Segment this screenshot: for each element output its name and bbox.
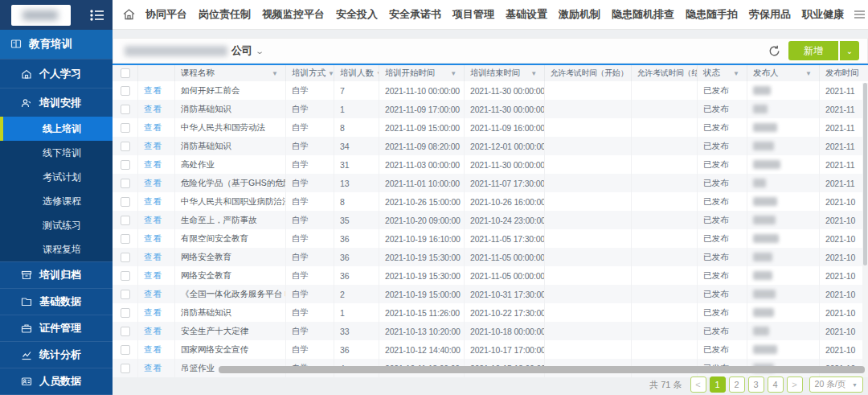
- select-all-checkbox[interactable]: [121, 68, 130, 78]
- row-checkbox[interactable]: [121, 216, 130, 225]
- row-checkbox[interactable]: [121, 123, 130, 133]
- top-nav-item[interactable]: 劳保用品: [749, 7, 791, 22]
- top-nav-item[interactable]: 协同平台: [145, 7, 187, 22]
- sort-caret-icon[interactable]: ▼: [272, 70, 278, 77]
- view-link[interactable]: 查看: [144, 141, 162, 152]
- top-nav-item[interactable]: 安全投入: [336, 7, 378, 22]
- top-nav-item[interactable]: 项目管理: [452, 7, 494, 22]
- sort-caret-icon[interactable]: ▼: [530, 70, 537, 77]
- page-button-1[interactable]: 1: [710, 376, 726, 393]
- company-selector[interactable]: 公司 ⌄: [125, 43, 263, 58]
- view-link[interactable]: 查看: [144, 270, 162, 282]
- sidebar-item-certificate-management[interactable]: 证件管理: [0, 315, 113, 341]
- view-link[interactable]: 查看: [144, 326, 162, 337]
- row-checkbox[interactable]: [121, 271, 130, 281]
- row-checkbox[interactable]: [121, 86, 130, 96]
- sidebar-subitem-course-retraining[interactable]: 课程复培: [0, 237, 113, 261]
- column-label: 发布时间: [825, 68, 858, 79]
- horizontal-scrollbar[interactable]: [219, 366, 865, 373]
- sidebar-item-basic-data[interactable]: 基础数据: [0, 288, 113, 315]
- row-checkbox[interactable]: [121, 142, 130, 151]
- column-header-trainee-count[interactable]: 培训人数▼: [334, 65, 379, 81]
- sidebar-item-training-arrangement[interactable]: 培训安排: [0, 88, 113, 117]
- add-button[interactable]: 新增: [788, 41, 838, 60]
- prev-page-button[interactable]: <: [690, 376, 706, 393]
- home-icon[interactable]: [122, 8, 136, 21]
- sidebar-subitem-exam-plan[interactable]: 考试计划: [0, 165, 113, 189]
- column-header-start-time[interactable]: 培训开始时间▼: [379, 65, 465, 81]
- column-header-course-name[interactable]: 课程名称▼: [175, 65, 286, 81]
- row-checkbox[interactable]: [121, 345, 130, 355]
- top-nav-item[interactable]: 隐患随手拍: [686, 7, 738, 22]
- row-checkbox[interactable]: [121, 308, 130, 318]
- view-link[interactable]: 查看: [144, 196, 162, 208]
- row-checkbox[interactable]: [121, 364, 130, 373]
- end-time-cell: 2021-10-31 17:30:00: [465, 285, 545, 303]
- row-checkbox[interactable]: [121, 197, 130, 207]
- row-action-cell: 查看: [138, 118, 175, 137]
- view-link[interactable]: 查看: [144, 233, 162, 245]
- vertical-scrollbar: [862, 83, 868, 377]
- row-checkbox[interactable]: [121, 234, 130, 244]
- row-checkbox[interactable]: [121, 179, 130, 188]
- sidebar-item-personal-learning[interactable]: 个人学习: [0, 59, 113, 88]
- publish-time-cell: 2021-10: [820, 248, 868, 266]
- sidebar-subitem-test-practice[interactable]: 测试练习: [0, 213, 113, 237]
- page-button-2[interactable]: 2: [729, 376, 745, 393]
- column-header-exam-start[interactable]: 允许考试时间（开始）▼: [545, 65, 632, 81]
- view-link[interactable]: 查看: [144, 307, 162, 319]
- next-page-button[interactable]: >: [787, 376, 803, 393]
- view-link[interactable]: 查看: [144, 252, 162, 263]
- sort-caret-icon[interactable]: ▼: [450, 70, 457, 77]
- sidebar-item-statistics-analysis[interactable]: 统计分析: [0, 341, 113, 368]
- sort-caret-icon[interactable]: ▼: [328, 70, 334, 77]
- view-link[interactable]: 查看: [144, 363, 162, 374]
- vertical-scrollbar-thumb[interactable]: [863, 83, 867, 265]
- view-link[interactable]: 查看: [144, 344, 162, 356]
- publisher-cell: [747, 81, 820, 100]
- column-header-publisher[interactable]: 发布人▼: [747, 65, 820, 81]
- subitem-label: 课程复培: [43, 243, 81, 257]
- top-nav-item[interactable]: 基础设置: [506, 7, 547, 22]
- column-header-training-method[interactable]: 培训方式▼: [286, 65, 334, 81]
- page-button-3[interactable]: 3: [748, 376, 764, 393]
- row-checkbox[interactable]: [121, 327, 130, 336]
- row-checkbox[interactable]: [121, 160, 130, 170]
- sort-caret-icon[interactable]: ▼: [805, 70, 812, 77]
- view-link[interactable]: 查看: [144, 122, 162, 134]
- page-button-4[interactable]: 4: [768, 376, 784, 393]
- view-link[interactable]: 查看: [144, 289, 162, 300]
- exam-end-cell: [632, 192, 698, 211]
- sort-caret-icon[interactable]: ▼: [733, 70, 739, 77]
- column-header-publish-time[interactable]: 发布时间: [820, 65, 868, 81]
- sidebar-subitem-online-training[interactable]: 线上培训: [0, 117, 113, 141]
- add-dropdown-button[interactable]: ⌄: [840, 41, 859, 60]
- sidebar-item-training-archive[interactable]: 培训归档: [0, 261, 113, 288]
- view-link[interactable]: 查看: [144, 85, 162, 97]
- column-header-exam-end[interactable]: 允许考试时间（结束）▼: [632, 65, 698, 81]
- view-link[interactable]: 查看: [144, 104, 162, 115]
- table-row: 查看 网络安全教育 自学 36 2021-10-19 15:30:00 2021…: [113, 248, 868, 266]
- view-link[interactable]: 查看: [144, 215, 162, 226]
- top-nav-item[interactable]: 职业健康: [802, 7, 844, 22]
- page-size-selector[interactable]: 20 条/页▼: [809, 376, 863, 393]
- column-header-status[interactable]: 状态▼: [698, 65, 747, 81]
- refresh-icon[interactable]: [768, 45, 780, 57]
- menu-list-icon[interactable]: [90, 9, 104, 22]
- top-nav-item[interactable]: 安全承诺书: [389, 7, 441, 22]
- column-header-end-time[interactable]: 培训结束时间▼: [465, 65, 545, 81]
- top-nav-item[interactable]: 视频监控平台: [262, 7, 325, 22]
- sidebar-item-label: 统计分析: [39, 348, 81, 362]
- row-checkbox[interactable]: [121, 105, 130, 114]
- sidebar-subitem-elective-courses[interactable]: 选修课程: [0, 189, 113, 213]
- view-link[interactable]: 查看: [144, 178, 162, 189]
- row-checkbox[interactable]: [121, 290, 130, 299]
- row-checkbox[interactable]: [121, 253, 130, 262]
- top-nav-item[interactable]: 岗位责任制: [199, 7, 251, 22]
- view-link[interactable]: 查看: [144, 159, 162, 171]
- top-nav-item[interactable]: 激励机制: [559, 7, 600, 22]
- more-menu-icon[interactable]: [854, 10, 866, 19]
- top-nav-item[interactable]: 隐患随机排查: [612, 7, 674, 22]
- sidebar-subitem-offline-training[interactable]: 线下培训: [0, 141, 113, 165]
- sidebar-item-personnel-data[interactable]: 人员数据: [0, 368, 113, 394]
